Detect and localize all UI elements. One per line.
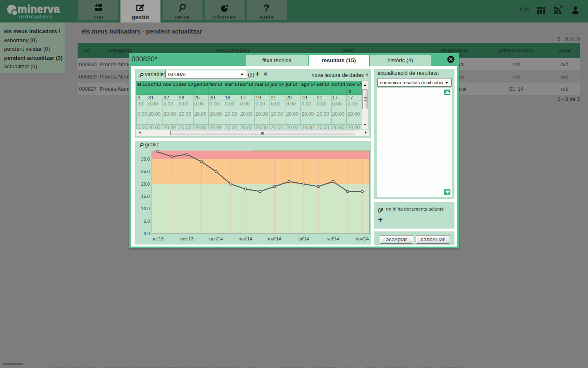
svg-text:gen'14: gen'14 <box>209 236 223 241</box>
svg-text:15.0: 15.0 <box>141 194 150 199</box>
svg-text:5.0: 5.0 <box>144 219 150 224</box>
svg-text:0.0: 0.0 <box>144 231 150 236</box>
svg-text:10.0: 10.0 <box>141 206 150 211</box>
svg-text:nov'14: nov'14 <box>356 236 369 241</box>
svg-text:20.0: 20.0 <box>141 182 150 186</box>
svg-text:30.0: 30.0 <box>141 157 150 162</box>
svg-text:mai'14: mai'14 <box>268 236 281 241</box>
svg-text:25.0: 25.0 <box>141 169 150 174</box>
svg-text:nov'13: nov'13 <box>180 236 194 241</box>
svg-text:set'13: set'13 <box>151 236 163 241</box>
svg-text:mar'14: mar'14 <box>238 236 252 241</box>
svg-text:jul'14: jul'14 <box>298 236 309 241</box>
svg-text:set'14: set'14 <box>327 236 339 241</box>
